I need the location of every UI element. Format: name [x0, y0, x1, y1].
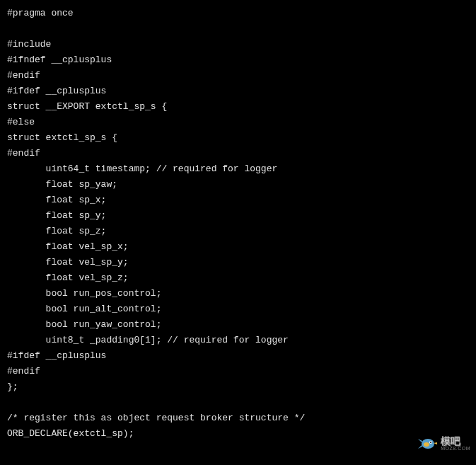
watermark: 模吧 MOZ8.COM: [418, 435, 470, 451]
code-line: [7, 395, 469, 411]
code-line: #include: [7, 37, 469, 52]
svg-point-2: [430, 442, 431, 443]
code-line: #ifdef __cplusplus: [7, 348, 469, 364]
watermark-text: 模吧: [441, 436, 470, 446]
code-line: #ifdef __cplusplus: [7, 84, 469, 99]
code-line: bool run_pos_control;: [7, 286, 469, 302]
code-block: #pragma once #include #ifndef __cplusplu…: [7, 6, 469, 442]
code-line: struct __EXPORT extctl_sp_s {: [7, 99, 469, 115]
code-line: uint8_t _padding0[1]; // required for lo…: [7, 333, 469, 348]
code-line: float vel_sp_y;: [7, 255, 469, 270]
code-line: #pragma once: [7, 6, 469, 21]
code-line: uint64_t timestamp; // required for logg…: [7, 161, 469, 177]
watermark-url: MOZ8.COM: [441, 446, 470, 451]
code-line: #ifndef __cplusplus: [7, 52, 469, 68]
code-line: struct extctl_sp_s {: [7, 130, 469, 146]
code-line: [7, 21, 469, 37]
code-line: };: [7, 379, 469, 395]
code-line: /* register this as object request broke…: [7, 411, 469, 426]
code-line: #endif: [7, 146, 469, 161]
code-line: #endif: [7, 68, 469, 84]
code-line: float sp_y;: [7, 208, 469, 224]
code-line: ORB_DECLARE(extctl_sp);: [7, 426, 469, 442]
svg-point-3: [424, 442, 429, 447]
code-line: #endif: [7, 364, 469, 379]
bird-icon: [418, 435, 438, 451]
code-line: float vel_sp_x;: [7, 239, 469, 255]
code-line: bool run_alt_control;: [7, 302, 469, 317]
code-line: float sp_z;: [7, 224, 469, 239]
code-line: float vel_sp_z;: [7, 270, 469, 286]
code-line: #else: [7, 115, 469, 130]
code-line: float sp_yaw;: [7, 177, 469, 193]
code-line: bool run_yaw_control;: [7, 317, 469, 333]
code-line: float sp_x;: [7, 193, 469, 208]
